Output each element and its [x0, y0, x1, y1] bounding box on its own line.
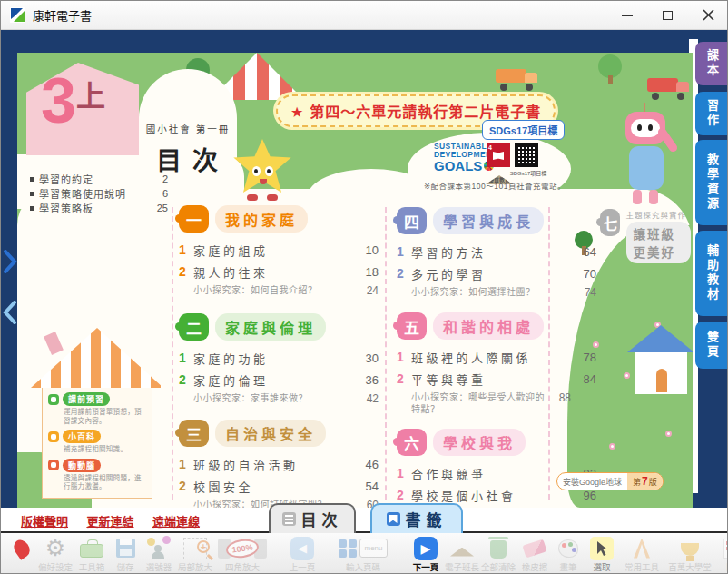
explore-title: 小小探究家：家事誰來做？ — [193, 392, 355, 405]
entry-page: 54 — [351, 480, 379, 493]
front-matter-row[interactable]: 學習策略使用說明6 — [30, 186, 168, 201]
toolbar-toc[interactable]: 目次 — [716, 536, 728, 573]
checklist-icon — [723, 539, 728, 559]
close-window-button[interactable] — [688, 1, 728, 29]
entry-number: 1 — [397, 466, 411, 480]
tip-label: 課前預習 — [63, 392, 110, 406]
previous-page-icon: ◀ — [290, 537, 314, 560]
prev-page-chevron[interactable] — [3, 301, 17, 324]
tip-description: 透過與課程相關問題，進行腦力激盪。 — [64, 474, 146, 491]
unit-3-header[interactable]: 三 自治與安全 — [179, 420, 379, 447]
notice-banner-text: 第四～六單元請執行第二片電子書 — [310, 104, 541, 120]
unit-1-header[interactable]: 一 我的家庭 — [179, 205, 379, 233]
tab-supplementary-materials[interactable]: 輔助教材 — [695, 231, 728, 316]
minimize-button[interactable] — [606, 1, 647, 29]
page-grid-icon — [339, 539, 357, 558]
copyright-link[interactable]: 版權聲明 — [21, 512, 68, 529]
toolbar-zoom-area[interactable]: +局部放大 — [177, 536, 213, 573]
unit-title: 自治與安全 — [215, 420, 326, 447]
entry-page: 30 — [351, 351, 379, 365]
tip-icon — [48, 394, 59, 405]
tip-label: 小百科 — [63, 430, 101, 443]
toc-entry[interactable]: 2多元的學習70 — [397, 262, 596, 284]
toolbar-toolbox[interactable]: 工具箱 — [74, 536, 110, 573]
tip-icon — [48, 431, 59, 442]
entry-page: 64 — [569, 245, 596, 259]
pill-tag-prefix: 第 — [633, 476, 641, 488]
front-matter-row[interactable]: 學習的約定2 — [30, 172, 168, 186]
column-separator — [385, 207, 387, 500]
toolbar-save[interactable]: 儲存 — [110, 536, 141, 573]
toolbar-page-input[interactable]: menu輸入頁碼 — [330, 536, 397, 573]
front-matter-row[interactable]: 學習策略板25 — [30, 201, 168, 215]
entry-title: 校園安全 — [193, 478, 351, 495]
front-matter-label: 學習策略板 — [39, 201, 148, 215]
toc-entry[interactable]: 1家庭的功能30 — [179, 347, 379, 369]
entry-number: 2 — [179, 372, 193, 387]
palette-icon — [558, 539, 578, 558]
remote-connection-link[interactable]: 遠端連線 — [152, 512, 200, 529]
toc-entry[interactable]: 1家庭的組成10 — [179, 239, 379, 261]
toc-entry[interactable]: 2校園安全54 — [179, 475, 379, 497]
viewer-stage: 3上 國小社會 第一冊 目次 ★第四～六單元請執行第二片電子書 SDGs17項目… — [1, 30, 728, 508]
unit-title: 讓班級更美好 — [626, 222, 691, 263]
toc-entry[interactable]: 2平等與尊重84 — [397, 368, 596, 390]
tab-workbook[interactable]: 習作 — [695, 92, 728, 135]
unit-4-header[interactable]: 四 學習與成長 — [397, 207, 596, 234]
unit-6-header[interactable]: 六 學校與我 — [397, 429, 596, 456]
update-link[interactable]: 更新連結 — [86, 512, 133, 529]
bullet-icon — [30, 206, 34, 211]
sdgs-button[interactable]: SDGs17項目標 — [482, 120, 565, 140]
toc-tab-icon — [282, 512, 296, 526]
student-picker-icon — [147, 538, 171, 559]
toolbar-number-picker[interactable]: 選號器 — [141, 536, 177, 573]
toolbar-e-class-leader[interactable]: 電子班長 — [444, 536, 480, 573]
trash-icon — [490, 540, 507, 559]
unit-5-header[interactable]: 五 和諧的相處 — [397, 312, 596, 340]
toolbar-select[interactable]: 選取 — [584, 536, 620, 573]
toc-entry[interactable]: 1班級的自治活動46 — [179, 453, 379, 475]
explore-entry[interactable]: 小小探究家：家事誰來做？42 — [179, 392, 379, 405]
unit-number-chip: 七 — [600, 209, 620, 236]
sdgs-note: ※配合課本第100～101頁社會充電站。 — [424, 180, 566, 191]
explore-entry[interactable]: 小小探究家：如何自我介紹？24 — [179, 284, 379, 297]
bottom-toolbar: ⚙偏好設定 工具箱 儲存 選號器 +局部放大 100%四角放大 ◀上一頁 men… — [1, 533, 728, 574]
toolbar-preferences[interactable]: ⚙偏好設定 — [37, 536, 74, 573]
toolbar-million-academy[interactable]: 百萬大學堂 — [664, 536, 716, 573]
tab-double-page[interactable]: 雙頁 — [695, 322, 728, 369]
tab-textbook[interactable]: 課本 — [695, 42, 728, 85]
unit-subtitle: 主題探究與實作 — [626, 209, 691, 220]
toolbar-pen[interactable]: 畫筆 — [553, 536, 584, 573]
tip-icon — [48, 460, 59, 470]
explore-entry[interactable]: 小小探究家：如何選擇社團？74 — [397, 286, 596, 299]
toc-bottom-tab[interactable]: 目次 — [269, 503, 356, 533]
flower-icon — [609, 443, 615, 450]
toolbar-next-page[interactable]: ▶下一頁 — [408, 536, 444, 573]
next-page-chevron[interactable] — [3, 250, 17, 273]
unit-7-header[interactable]: 七 主題探究與實作 讓班級更美好 — [600, 209, 691, 263]
toc-entry[interactable]: 1學習的方法64 — [397, 241, 596, 262]
toolbar-corner-zoom[interactable]: 100%四角放大 — [213, 536, 271, 573]
google-pill-label: 安裝Google地球 — [557, 476, 627, 488]
tab-teaching-resources[interactable]: 教學資源 — [695, 140, 728, 225]
toolbar-pushpin[interactable] — [6, 536, 37, 560]
bookmark-bottom-tab[interactable]: 書籤 — [370, 503, 463, 533]
explore-entry[interactable]: 小小探究家：哪些是受人歡迎的特點？88 — [397, 391, 596, 415]
toolbar-eraser[interactable]: 橡皮擦 — [516, 536, 553, 573]
entry-title: 學校是個小社會 — [411, 487, 569, 504]
unit-2-header[interactable]: 二 家庭與倫理 — [179, 313, 379, 341]
toc-entry[interactable]: 2親人的往來18 — [179, 261, 379, 282]
toc-entry[interactable]: 1班級裡的人際關係78 — [397, 346, 596, 368]
front-matter-page: 6 — [148, 188, 168, 199]
entry-number: 2 — [179, 479, 193, 493]
maximize-button[interactable] — [647, 1, 688, 29]
toc-entry[interactable]: 2家庭的倫理36 — [179, 369, 379, 391]
toolbar-previous-page[interactable]: ◀上一頁 — [284, 536, 320, 573]
explore-title: 小小探究家：如何自我介紹？ — [193, 284, 355, 297]
toolbar-common-tools[interactable]: 常用工具 — [620, 536, 664, 573]
front-matter-page: 25 — [148, 203, 168, 213]
toolbar-clear-all[interactable]: 全部清除 — [480, 536, 516, 573]
install-google-earth-button[interactable]: 安裝Google地球 第7版 — [556, 472, 664, 490]
front-matter-label: 學習的約定 — [39, 172, 148, 186]
entry-number: 2 — [397, 488, 411, 502]
